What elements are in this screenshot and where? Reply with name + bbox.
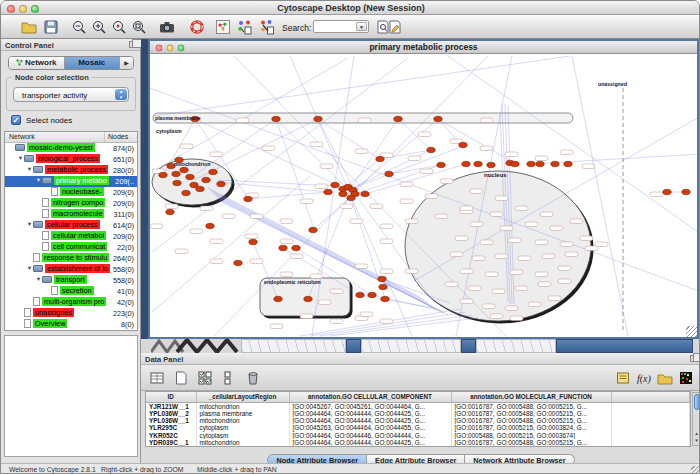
dropdown-stepper-icon[interactable]: ▲▼ bbox=[115, 89, 127, 100]
background-window-titlebar[interactable] bbox=[461, 339, 476, 353]
network-node[interactable] bbox=[427, 147, 435, 152]
network-node[interactable] bbox=[159, 172, 167, 177]
tree-row[interactable]: nucleobase-209(0) bbox=[5, 187, 137, 198]
network-node[interactable] bbox=[459, 142, 467, 147]
resize-grip-icon[interactable] bbox=[691, 466, 700, 474]
tree-row[interactable]: cell communicat22(0) bbox=[5, 242, 137, 253]
background-window-titlebar[interactable] bbox=[556, 339, 693, 353]
scroll-down-icon[interactable]: ▼ bbox=[693, 437, 700, 444]
scrollbar-thumb[interactable] bbox=[694, 394, 700, 410]
network-tree-header[interactable]: Network Nodes bbox=[5, 132, 137, 143]
network-node[interactable] bbox=[536, 161, 544, 166]
network-node[interactable] bbox=[234, 260, 242, 265]
network-node[interactable] bbox=[376, 156, 384, 161]
network-node[interactable] bbox=[173, 180, 181, 185]
network-node[interactable] bbox=[249, 239, 257, 244]
network-node[interactable] bbox=[368, 292, 376, 297]
tree-row[interactable]: Overview8(0) bbox=[5, 319, 137, 330]
table-column-header[interactable]: ID bbox=[146, 392, 196, 402]
window-titlebar[interactable]: Cytoscape Desktop (New Session) bbox=[1, 1, 700, 15]
checkbox-check-icon[interactable]: ✓ bbox=[11, 115, 21, 125]
zoom-selected-region-button[interactable] bbox=[109, 18, 128, 36]
select-attributes-button[interactable] bbox=[195, 369, 214, 387]
tab-overflow-arrow-icon[interactable]: ▶ bbox=[119, 57, 133, 69]
apply-vizmap-button[interactable] bbox=[257, 18, 276, 36]
network-node[interactable] bbox=[564, 161, 572, 166]
network-node[interactable] bbox=[314, 116, 322, 121]
network-node[interactable] bbox=[551, 161, 559, 166]
table-row[interactable]: YDR039C__1mitochondrion[GO:0044464, GO:0… bbox=[146, 439, 690, 446]
background-window[interactable] bbox=[476, 339, 556, 353]
float-panel-icon[interactable] bbox=[690, 355, 698, 362]
tree-expand-icon[interactable]: ▼ bbox=[35, 276, 42, 282]
network-node[interactable] bbox=[361, 191, 369, 196]
table-column-header[interactable]: annotation.GO MOLECULAR_FUNCTION bbox=[451, 392, 611, 402]
table-column-header[interactable]: annotation.GO CELLULAR_COMPONENT bbox=[289, 392, 451, 402]
network-node[interactable] bbox=[202, 177, 210, 182]
table-column-header[interactable]: _cellularLayoutRegion bbox=[196, 392, 289, 402]
heatmap-button[interactable] bbox=[676, 369, 695, 387]
search-combo[interactable]: ▼ bbox=[313, 20, 369, 33]
network-node[interactable] bbox=[309, 227, 317, 232]
search-input[interactable] bbox=[316, 21, 356, 32]
network-node[interactable] bbox=[527, 161, 535, 166]
network-node[interactable] bbox=[274, 296, 282, 301]
zoom-to-fit-button[interactable] bbox=[129, 18, 148, 36]
table-row[interactable]: YKR052Ccytoplasm[GO:0044464, GO:0044446,… bbox=[146, 432, 690, 439]
attribute-table[interactable]: ID_cellularLayoutRegionannotation.GO CEL… bbox=[145, 391, 691, 447]
notes-button[interactable] bbox=[613, 369, 632, 387]
network-node[interactable] bbox=[381, 296, 389, 301]
create-attribute-button[interactable] bbox=[171, 369, 190, 387]
network-node[interactable] bbox=[172, 171, 180, 176]
zoom-in-button[interactable] bbox=[89, 18, 108, 36]
tree-expand-icon[interactable]: ▼ bbox=[35, 177, 42, 183]
search-options-button[interactable] bbox=[373, 18, 392, 36]
tree-row[interactable]: unassigned223(0) bbox=[5, 308, 137, 319]
open-session-button[interactable] bbox=[19, 18, 38, 36]
network-node[interactable] bbox=[244, 196, 252, 201]
float-panel-icon[interactable] bbox=[129, 41, 137, 48]
network-node[interactable] bbox=[180, 167, 188, 172]
background-window[interactable] bbox=[241, 339, 346, 353]
tree-expand-icon[interactable]: ▼ bbox=[26, 221, 33, 227]
import-attributes-button[interactable] bbox=[655, 369, 674, 387]
network-canvas[interactable]: plasma membranecytoplasmmitochondrionnuc… bbox=[150, 54, 697, 337]
network-node[interactable] bbox=[331, 182, 339, 187]
network-node[interactable] bbox=[279, 245, 287, 250]
network-overview-button[interactable] bbox=[213, 18, 232, 36]
table-row[interactable]: YLR295Ccytoplasm[GO:0045263, GO:0044464,… bbox=[146, 424, 690, 431]
network-node[interactable] bbox=[347, 195, 355, 200]
chevron-down-icon[interactable]: ▼ bbox=[356, 22, 367, 31]
network-node[interactable] bbox=[437, 162, 445, 167]
zoom-out-button[interactable] bbox=[69, 18, 88, 36]
table-scrollbar[interactable]: ▲ ▼ bbox=[692, 392, 700, 446]
network-node[interactable] bbox=[379, 284, 387, 289]
formula-builder-button[interactable]: f(x) bbox=[634, 369, 653, 387]
table-row[interactable]: YJR121W__1mitochondrion[GO:0045267, GO:0… bbox=[146, 402, 690, 410]
network-node[interactable] bbox=[182, 190, 190, 195]
tree-expand-icon[interactable]: ▼ bbox=[17, 155, 24, 161]
attribute-table-button[interactable] bbox=[147, 369, 166, 387]
tree-row[interactable]: multi-organism pro42(0) bbox=[5, 297, 137, 308]
tree-row[interactable]: mosaic-demo-yeast874(0) bbox=[5, 143, 137, 154]
tree-expand-icon[interactable]: ▼ bbox=[26, 166, 33, 172]
node-color-dropdown[interactable]: transporter activity ▲▼ bbox=[13, 87, 129, 102]
resize-grip-icon[interactable] bbox=[686, 326, 697, 337]
tab-mosaic[interactable]: Mosaic bbox=[65, 57, 120, 69]
unselect-attributes-button[interactable] bbox=[219, 369, 238, 387]
tree-row[interactable]: nitrogen compo209(0) bbox=[5, 198, 137, 209]
network-node[interactable] bbox=[217, 181, 225, 186]
network-node[interactable] bbox=[272, 116, 280, 121]
take-snapshot-button[interactable] bbox=[157, 18, 176, 36]
background-window[interactable] bbox=[361, 339, 461, 353]
network-node[interactable] bbox=[474, 161, 482, 166]
network-node[interactable] bbox=[487, 162, 495, 167]
network-node[interactable] bbox=[462, 161, 470, 166]
apply-layout-button[interactable] bbox=[235, 18, 254, 36]
network-node[interactable] bbox=[663, 189, 671, 194]
tree-row[interactable]: ▼transport558(0) bbox=[5, 275, 137, 286]
network-node[interactable] bbox=[196, 186, 204, 191]
tab-network[interactable]: Network bbox=[9, 57, 65, 69]
tree-row[interactable]: ▼cellular process614(0) bbox=[5, 220, 137, 231]
network-node[interactable] bbox=[394, 116, 402, 121]
